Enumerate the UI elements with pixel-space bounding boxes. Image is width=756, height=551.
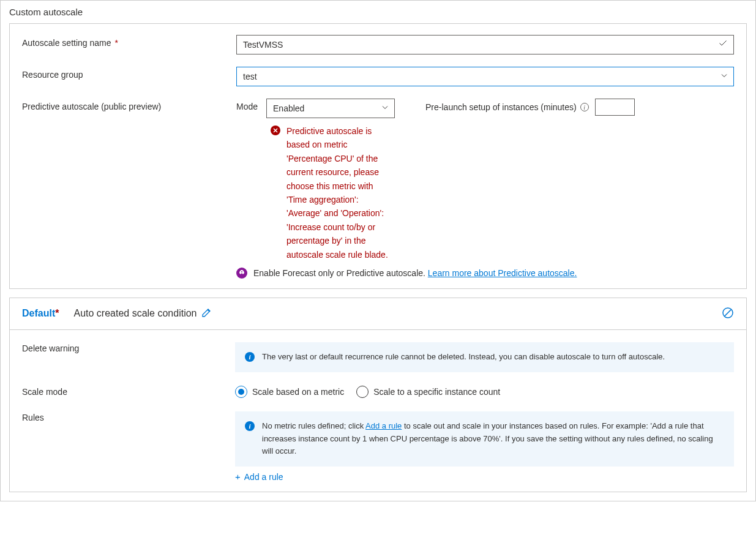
scale-count-label: Scale to a specific instance count xyxy=(373,387,500,397)
mode-value: Enabled xyxy=(273,103,304,113)
forecast-text: Enable Forecast only or Predictive autos… xyxy=(253,268,577,278)
radio-icon xyxy=(235,386,247,398)
condition-subtitle: Auto created scale condition xyxy=(73,308,196,319)
rules-info-text: No metric rules defined; click Add a rul… xyxy=(262,420,724,458)
prelaunch-input[interactable] xyxy=(595,99,635,116)
scale-metric-label: Scale based on a metric xyxy=(252,387,344,397)
mode-label: Mode xyxy=(236,99,258,111)
block-icon[interactable] xyxy=(722,307,734,321)
learn-more-link[interactable]: Learn more about Predictive autoscale. xyxy=(428,268,577,278)
setting-name-input[interactable] xyxy=(236,35,734,54)
rules-label: Rules xyxy=(22,411,235,422)
resource-group-label: Resource group xyxy=(22,67,236,80)
scale-mode-radio-group: Scale based on a metric Scale to a speci… xyxy=(235,386,500,398)
required-star: * xyxy=(113,38,118,48)
scale-mode-label: Scale mode xyxy=(22,386,235,397)
resource-group-value: test xyxy=(243,72,257,81)
radio-icon xyxy=(356,386,369,398)
resource-group-row: Resource group test xyxy=(22,67,734,86)
delete-warning-text: The very last or default recurrence rule… xyxy=(262,351,665,364)
prelaunch-label: Pre-launch setup of instances (minutes) xyxy=(425,102,577,112)
info-icon: i xyxy=(245,421,255,431)
condition-panel: Default* Auto created scale condition De… xyxy=(9,298,747,492)
condition-body: Delete warning i The very last or defaul… xyxy=(10,330,746,492)
add-rule-label: Add a rule xyxy=(244,472,283,482)
custom-autoscale-panel: Custom autoscale Autoscale setting name … xyxy=(0,0,756,501)
panel-title: Custom autoscale xyxy=(1,1,755,23)
setting-name-control xyxy=(236,35,734,54)
mode-select-wrapper: Enabled xyxy=(266,99,395,118)
predictive-row: Predictive autoscale (public preview) Mo… xyxy=(22,99,734,261)
scale-count-radio[interactable]: Scale to a specific instance count xyxy=(356,386,500,398)
delete-warning-label: Delete warning xyxy=(22,342,235,353)
rules-info-prefix: No metric rules defined; click xyxy=(262,421,365,430)
rules-info-box: i No metric rules defined; click Add a r… xyxy=(235,411,734,467)
settings-box: Autoscale setting name * Resource group … xyxy=(9,23,747,289)
setting-name-label: Autoscale setting name * xyxy=(22,35,236,48)
scale-metric-radio[interactable]: Scale based on a metric xyxy=(235,386,344,398)
mode-select[interactable]: Enabled xyxy=(266,99,395,118)
error-text: Predictive autoscale is based on metric … xyxy=(286,124,393,261)
setting-name-row: Autoscale setting name * xyxy=(22,35,734,54)
mode-group: Mode Enabled xyxy=(236,99,395,118)
delete-warning-row: Delete warning i The very last or defaul… xyxy=(22,342,734,372)
prelaunch-group: Pre-launch setup of instances (minutes) … xyxy=(425,99,635,116)
predictive-controls: Mode Enabled Pre-launch setup of instanc… xyxy=(236,99,734,261)
rules-content: i No metric rules defined; click Add a r… xyxy=(235,411,734,482)
rules-row: Rules i No metric rules defined; click A… xyxy=(22,411,734,482)
add-rule-inline-link[interactable]: Add a rule xyxy=(365,421,402,430)
condition-header: Default* Auto created scale condition xyxy=(10,298,746,330)
scale-mode-row: Scale mode Scale based on a metric Scale… xyxy=(22,386,734,398)
setting-name-label-text: Autoscale setting name xyxy=(22,38,111,48)
rocket-icon xyxy=(236,268,247,279)
info-icon[interactable]: i xyxy=(580,103,589,111)
check-icon xyxy=(718,39,728,51)
error-icon xyxy=(271,126,280,135)
resource-group-select[interactable]: test xyxy=(236,67,734,86)
info-icon: i xyxy=(245,352,255,362)
forecast-text-prefix: Enable Forecast only or Predictive autos… xyxy=(253,268,428,278)
predictive-label: Predictive autoscale (public preview) xyxy=(22,99,236,111)
resource-group-control: test xyxy=(236,67,734,86)
forecast-row: Enable Forecast only or Predictive autos… xyxy=(236,268,734,279)
condition-title: Default* xyxy=(22,308,59,319)
delete-warning-box: i The very last or default recurrence ru… xyxy=(235,342,734,372)
required-star: * xyxy=(55,308,59,318)
error-block: Predictive autoscale is based on metric … xyxy=(271,124,393,261)
plus-icon: + xyxy=(235,471,241,482)
condition-title-text: Default xyxy=(22,308,55,318)
add-rule-button[interactable]: + Add a rule xyxy=(235,471,283,482)
svg-line-1 xyxy=(725,309,732,316)
edit-icon[interactable] xyxy=(201,308,211,320)
